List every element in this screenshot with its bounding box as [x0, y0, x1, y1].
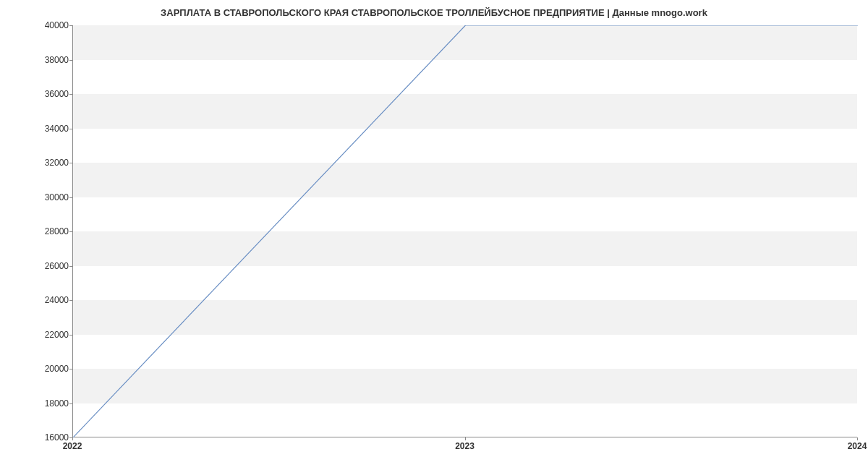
x-tick-mark: [465, 437, 466, 440]
y-tick-label: 40000: [25, 20, 69, 30]
y-tick-mark: [69, 266, 72, 267]
y-tick-label: 38000: [25, 55, 69, 65]
x-tick-label: 2023: [455, 441, 475, 451]
y-tick-mark: [69, 369, 72, 369]
grid-band: [73, 369, 857, 403]
y-tick-label: 20000: [25, 364, 69, 374]
y-tick-mark: [69, 197, 72, 198]
grid-band: [73, 163, 857, 197]
chart-title: ЗАРПЛАТА В СТАВРОПОЛЬСКОГО КРАЯ СТАВРОПО…: [0, 7, 868, 18]
y-tick-mark: [69, 94, 72, 95]
y-tick-label: 24000: [25, 295, 69, 305]
y-tick-label: 36000: [25, 89, 69, 99]
chart-container: ЗАРПЛАТА В СТАВРОПОЛЬСКОГО КРАЯ СТАВРОПО…: [0, 0, 868, 470]
y-tick-label: 26000: [25, 261, 69, 271]
y-tick-mark: [69, 163, 72, 163]
grid-band: [73, 300, 857, 335]
y-tick-label: 18000: [25, 398, 69, 409]
y-tick-label: 34000: [25, 124, 69, 134]
y-tick-label: 22000: [25, 330, 69, 340]
x-tick-label: 2022: [63, 441, 82, 451]
y-tick-mark: [69, 60, 72, 61]
y-tick-mark: [69, 300, 72, 301]
plot-area: [72, 25, 857, 437]
y-tick-mark: [69, 403, 72, 404]
y-tick-label: 32000: [25, 158, 69, 168]
x-tick-mark: [857, 437, 858, 440]
y-tick-mark: [69, 335, 72, 336]
grid-band: [73, 94, 857, 129]
grid-band: [73, 25, 857, 60]
y-tick-mark: [69, 231, 72, 232]
y-tick-label: 28000: [25, 226, 69, 236]
y-tick-mark: [69, 129, 72, 129]
grid-band: [73, 231, 857, 266]
x-tick-mark: [72, 437, 73, 440]
x-tick-label: 2024: [848, 441, 867, 451]
y-tick-label: 30000: [25, 192, 69, 202]
y-tick-mark: [69, 25, 72, 26]
